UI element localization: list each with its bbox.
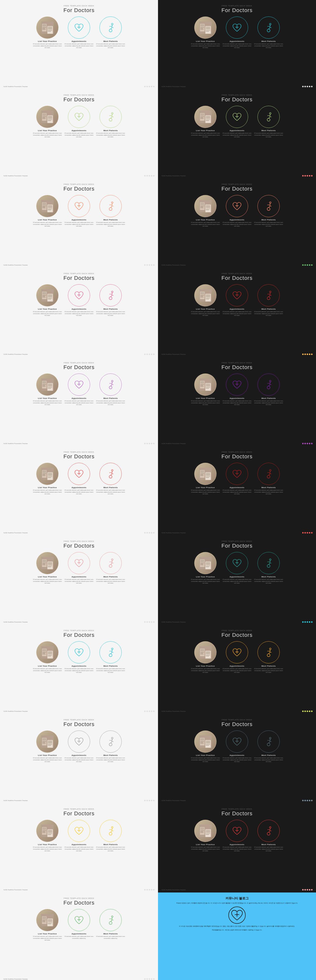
pagination-dot[interactable] xyxy=(144,175,146,177)
pagination-dot[interactable] xyxy=(147,443,148,444)
pagination-dot[interactable] xyxy=(302,621,304,623)
pagination-dot[interactable] xyxy=(151,800,152,801)
pagination-dot[interactable] xyxy=(309,175,310,177)
pagination-dot[interactable] xyxy=(153,443,155,444)
pagination-dot[interactable] xyxy=(148,711,150,712)
pagination-dot[interactable] xyxy=(147,175,148,177)
pagination-dot[interactable] xyxy=(302,889,304,891)
pagination-dot[interactable] xyxy=(148,264,150,266)
pagination-dot[interactable] xyxy=(302,532,304,533)
pagination-dot[interactable] xyxy=(148,443,150,444)
dot[interactable] xyxy=(144,978,146,980)
pagination-dot[interactable] xyxy=(148,175,150,177)
pagination-dot[interactable] xyxy=(305,175,306,177)
pagination-dot[interactable] xyxy=(305,443,306,444)
pagination-dot[interactable] xyxy=(302,800,304,801)
pagination-dot[interactable] xyxy=(148,621,150,623)
pagination-dot[interactable] xyxy=(302,175,304,177)
pagination-dot[interactable] xyxy=(148,800,150,801)
pagination-dot[interactable] xyxy=(311,86,313,87)
pagination-dot[interactable] xyxy=(147,800,148,801)
pagination-dot[interactable] xyxy=(309,443,310,444)
pagination-dot[interactable] xyxy=(151,443,152,444)
pagination-dot[interactable] xyxy=(311,353,313,355)
pagination-dot[interactable] xyxy=(306,86,308,87)
pagination-dot[interactable] xyxy=(305,264,306,266)
pagination-dot[interactable] xyxy=(305,711,306,712)
pagination-dot[interactable] xyxy=(144,621,146,623)
pagination-dot[interactable] xyxy=(148,532,150,533)
pagination-dot[interactable] xyxy=(306,621,308,623)
pagination-dot[interactable] xyxy=(302,711,304,712)
pagination-dot[interactable] xyxy=(302,264,304,266)
pagination-dot[interactable] xyxy=(311,175,313,177)
pagination-dot[interactable] xyxy=(153,800,155,801)
pagination-dot[interactable] xyxy=(151,86,152,87)
pagination-dot[interactable] xyxy=(147,353,148,355)
pagination-dot[interactable] xyxy=(309,86,310,87)
pagination-dot[interactable] xyxy=(311,532,313,533)
pagination-dot[interactable] xyxy=(147,532,148,533)
pagination-dot[interactable] xyxy=(151,264,152,266)
pagination-dot[interactable] xyxy=(305,621,306,623)
pagination-dot[interactable] xyxy=(148,353,150,355)
pagination-dot[interactable] xyxy=(309,621,310,623)
pagination-dot[interactable] xyxy=(302,353,304,355)
pagination-dot[interactable] xyxy=(151,889,152,891)
pagination-dot[interactable] xyxy=(153,621,155,623)
pagination-dot[interactable] xyxy=(153,889,155,891)
pagination-dot[interactable] xyxy=(309,711,310,712)
pagination-dot[interactable] xyxy=(305,889,306,891)
pagination-dot[interactable] xyxy=(144,711,146,712)
pagination-dot[interactable] xyxy=(306,889,308,891)
pagination-dot[interactable] xyxy=(311,621,313,623)
pagination-dot[interactable] xyxy=(151,621,152,623)
pagination-dot[interactable] xyxy=(311,264,313,266)
pagination-dot[interactable] xyxy=(311,800,313,801)
pagination-dot[interactable] xyxy=(305,86,306,87)
pagination-dot[interactable] xyxy=(309,353,310,355)
pagination-dot[interactable] xyxy=(306,175,308,177)
pagination-dot[interactable] xyxy=(153,86,155,87)
pagination-dot[interactable] xyxy=(305,800,306,801)
pagination-dot[interactable] xyxy=(153,353,155,355)
pagination-dot[interactable] xyxy=(305,532,306,533)
pagination-dot[interactable] xyxy=(309,532,310,533)
pagination-dot[interactable] xyxy=(306,264,308,266)
pagination-dot[interactable] xyxy=(144,889,146,891)
pagination-dot[interactable] xyxy=(311,711,313,712)
pagination-dot[interactable] xyxy=(306,800,308,801)
dot[interactable] xyxy=(148,978,150,980)
dot[interactable] xyxy=(147,978,148,980)
pagination-dot[interactable] xyxy=(153,711,155,712)
pagination-dot[interactable] xyxy=(151,532,152,533)
pagination-dot[interactable] xyxy=(144,264,146,266)
pagination-dot[interactable] xyxy=(309,800,310,801)
pagination-dot[interactable] xyxy=(306,443,308,444)
pagination-dot[interactable] xyxy=(148,86,150,87)
pagination-dot[interactable] xyxy=(147,86,148,87)
pagination-dot[interactable] xyxy=(309,889,310,891)
pagination-dot[interactable] xyxy=(311,443,313,444)
pagination-dot[interactable] xyxy=(306,353,308,355)
dot[interactable] xyxy=(151,978,152,980)
pagination-dot[interactable] xyxy=(153,264,155,266)
dot[interactable] xyxy=(153,978,155,980)
pagination-dot[interactable] xyxy=(151,353,152,355)
pagination-dot[interactable] xyxy=(147,264,148,266)
pagination-dot[interactable] xyxy=(302,443,304,444)
pagination-dot[interactable] xyxy=(148,889,150,891)
pagination-dot[interactable] xyxy=(153,175,155,177)
pagination-dot[interactable] xyxy=(306,532,308,533)
pagination-dot[interactable] xyxy=(311,889,313,891)
pagination-dot[interactable] xyxy=(151,711,152,712)
pagination-dot[interactable] xyxy=(144,443,146,444)
pagination-dot[interactable] xyxy=(151,175,152,177)
pagination-dot[interactable] xyxy=(147,621,148,623)
pagination-dot[interactable] xyxy=(147,889,148,891)
pagination-dot[interactable] xyxy=(305,353,306,355)
pagination-dot[interactable] xyxy=(144,86,146,87)
pagination-dot[interactable] xyxy=(302,86,304,87)
pagination-dot[interactable] xyxy=(309,264,310,266)
pagination-dot[interactable] xyxy=(306,711,308,712)
